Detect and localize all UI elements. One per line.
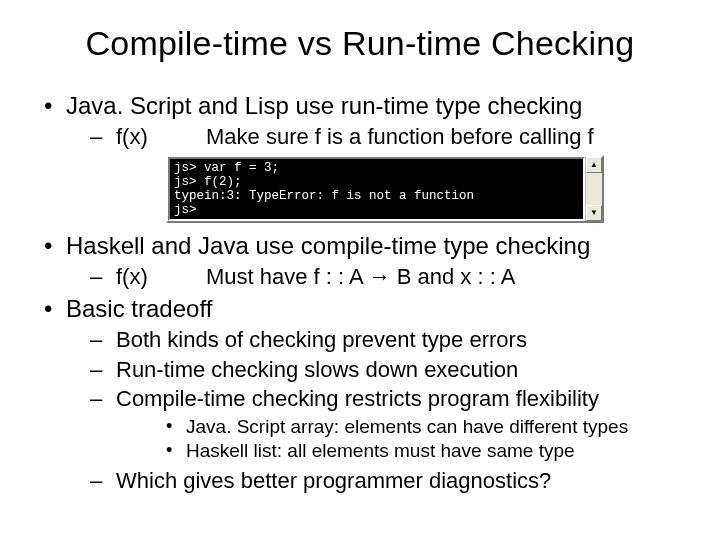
bullet-3-ss1: Java. Script array: elements can have di… xyxy=(116,415,680,439)
bullet-1-text: Java. Script and Lisp use run-time type … xyxy=(66,92,582,119)
bullet-1-desc: Make sure f is a function before calling… xyxy=(206,123,594,151)
slide: Compile-time vs Run-time Checking Java. … xyxy=(0,0,720,540)
bullet-1-sub: f(x) Make sure f is a function before ca… xyxy=(66,123,680,151)
bullet-2-sub: f(x) Must have f : : A → B and x : : A xyxy=(66,263,680,291)
term-line-1: js> var f = 3; xyxy=(174,161,279,175)
bullet-3-ss2: Haskell list: all elements must have sam… xyxy=(116,439,680,463)
bullet-2-desc: Must have f : : A → B and x : : A xyxy=(206,263,515,291)
terminal-body: js> var f = 3; js> f(2); typein:3: TypeE… xyxy=(168,157,585,221)
bullet-1: Java. Script and Lisp use run-time type … xyxy=(40,91,680,223)
bullet-2-fx: f(x) xyxy=(116,263,206,291)
scroll-track[interactable] xyxy=(586,173,602,205)
bullet-3-s4: Which gives better programmer diagnostic… xyxy=(66,467,680,495)
bullet-list: Java. Script and Lisp use run-time type … xyxy=(40,91,680,495)
bullet-3: Basic tradeoff Both kinds of checking pr… xyxy=(40,294,680,495)
bullet-2-text: Haskell and Java use compile-time type c… xyxy=(66,232,590,259)
bullet-2: Haskell and Java use compile-time type c… xyxy=(40,231,680,291)
bullet-1-fx: f(x) xyxy=(116,123,206,151)
scrollbar: ▲ ▼ xyxy=(585,157,602,221)
bullet-3-s3-text: Compile-time checking restricts program … xyxy=(116,386,599,411)
term-line-3: typein:3: TypeError: f is not a function xyxy=(174,189,474,203)
bullet-3-text: Basic tradeoff xyxy=(66,295,212,322)
bullet-3-s3: Compile-time checking restricts program … xyxy=(66,385,680,463)
terminal-screenshot: js> var f = 3; js> f(2); typein:3: TypeE… xyxy=(166,155,604,223)
term-line-4: js> xyxy=(174,203,197,217)
bullet-3-s1: Both kinds of checking prevent type erro… xyxy=(66,326,680,354)
bullet-3-s2: Run-time checking slows down execution xyxy=(66,356,680,384)
scroll-up-icon[interactable]: ▲ xyxy=(586,157,602,173)
term-line-2: js> f(2); xyxy=(174,175,242,189)
slide-title: Compile-time vs Run-time Checking xyxy=(40,24,680,63)
scroll-down-icon[interactable]: ▼ xyxy=(586,205,602,221)
